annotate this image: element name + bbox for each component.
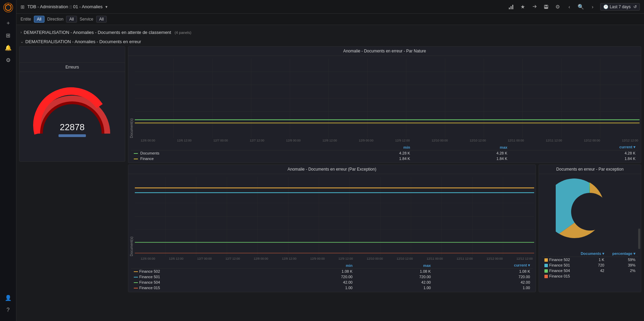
main-content: ⊞ TDB - Administration :: 01 - Anomalies… xyxy=(16,0,644,321)
sidebar-help-icon[interactable]: ? xyxy=(3,305,14,316)
chart1-title: Anomalie - Documents en erreur - Par Nat… xyxy=(128,47,641,56)
svg-point-63 xyxy=(571,193,609,231)
section1-badge: (4 panels) xyxy=(175,30,191,35)
share-icon[interactable] xyxy=(530,2,539,12)
donut-row-f501: Finance 501 72039% xyxy=(542,262,638,268)
donut-legend-table: Documents ▾ percentage ▾ Finance 502 1 K… xyxy=(542,251,638,279)
chart2-svg xyxy=(135,177,534,256)
legend-finance-label: Finance xyxy=(140,157,154,161)
zoom-icon[interactable]: 🔍 xyxy=(576,2,586,12)
grafana-logo[interactable] xyxy=(3,3,13,13)
section2-header[interactable]: ⌄ DEMATERIALISATION - Anomalies - Docume… xyxy=(19,37,641,46)
star-icon[interactable]: ★ xyxy=(518,2,528,12)
section1-header[interactable]: › DEMATERIALISATION - Anomalies - Docume… xyxy=(19,28,641,37)
sidebar-settings-icon[interactable]: ⚙ xyxy=(3,54,14,65)
refresh-icon: ↺ xyxy=(633,4,637,9)
big-number-label: Erreurs xyxy=(56,79,88,90)
time-range-picker[interactable]: 🕐 Last 7 days ↺ xyxy=(600,3,640,11)
svg-rect-9 xyxy=(545,5,547,7)
chart1-svg: 6.5K 6.0K 5.5K 5.0K 4.5K 4.0K xyxy=(135,59,640,138)
forward-icon[interactable]: › xyxy=(588,2,597,12)
section2-title: DEMATERIALISATION - Anomalies - Document… xyxy=(25,39,141,44)
sidebar-user-icon[interactable]: 👤 xyxy=(3,292,14,303)
chart1-legend-row-finance: Finance 1.84 K1.84 K1.84 K xyxy=(131,156,638,161)
panel-big-number: Erreurs xyxy=(19,46,125,125)
section2-chevron: ⌄ xyxy=(21,40,23,44)
back-icon[interactable]: ‹ xyxy=(565,2,574,12)
donut-row-f504: Finance 504 422% xyxy=(542,268,638,273)
entite-label: Entite xyxy=(21,17,31,22)
donut-row-f015: Finance 015 xyxy=(542,273,638,279)
topbar-title: TDB - Administration :: 01 - Anomalies xyxy=(27,4,103,9)
sidebar-add-icon[interactable]: ＋ xyxy=(3,17,14,28)
chart2-legend-row-f501: Finance 501 720.00720.00720.00 xyxy=(131,274,533,280)
direction-filter-btn[interactable]: All xyxy=(66,16,77,23)
time-range-label: Last 7 days xyxy=(610,4,631,9)
donut-row-f502: Finance 502 1 K59% xyxy=(542,257,638,263)
sidebar-dashboards-icon[interactable]: ⊞ xyxy=(3,30,14,41)
filterbar: Entite All Direction All Service All xyxy=(16,14,644,25)
settings-icon[interactable]: ⚙ xyxy=(553,2,563,12)
service-label: Service xyxy=(80,17,93,22)
svg-rect-6 xyxy=(511,6,512,9)
sidebar-alerts-icon[interactable]: 🔔 xyxy=(3,42,14,53)
donut-svg xyxy=(556,177,624,246)
direction-label: Direction xyxy=(47,17,63,22)
bar-chart-icon[interactable] xyxy=(506,2,516,12)
chart2-yaxis-label: Document(s) xyxy=(130,237,133,256)
chart2-legend-row-f015: Finance 015 1.001.001.00 xyxy=(131,285,533,291)
panel-chart1: Anomalie - Documents en erreur - Par Nat… xyxy=(128,46,641,163)
section1-title: DEMATERIALISATION - Anomalies - Document… xyxy=(24,30,171,35)
section1-chevron: › xyxy=(21,30,22,34)
svg-rect-7 xyxy=(512,5,513,9)
save-icon[interactable] xyxy=(541,2,551,12)
chart2-legend-table: min max current ▾ Finance 502 1.08 K1.08… xyxy=(131,262,533,291)
entite-filter-btn[interactable]: All xyxy=(34,16,44,23)
topbar-icons: ★ ⚙ ‹ 🔍 › xyxy=(506,2,597,12)
chart1-legend-row-documents: Documents 4.28 K4.28 K4.28 K xyxy=(131,150,638,156)
chart2-title: Anomalie - Documents en erreur (Par Exce… xyxy=(128,165,536,174)
chart1-yaxis-label: Document(s) xyxy=(130,119,133,138)
panels-row-2: Anomalie - Documents en erreur (Par Exce… xyxy=(19,164,641,292)
grid-icon: ⊞ xyxy=(21,4,25,10)
panels-row-1: Erreurs Anomalie - Documents en erreur -… xyxy=(19,46,641,163)
service-filter-btn[interactable]: All xyxy=(96,16,107,23)
donut-title: Documents en erreur - Par exception xyxy=(539,165,641,174)
chart2-legend-row-f502: Finance 502 1.08 K1.08 K1.08 K xyxy=(131,269,533,274)
panel-donut: Documents en erreur - Par exception xyxy=(539,164,641,292)
chart2-legend-row-f504: Finance 504 42.0042.0042.00 xyxy=(131,280,533,285)
chart1-legend-table: min max current ▾ Documents 4.28 K4.28 K… xyxy=(131,144,638,161)
svg-rect-10 xyxy=(545,7,548,9)
panel-chart2: Anomalie - Documents en erreur (Par Exce… xyxy=(128,164,536,292)
title-dropdown-icon[interactable]: ▾ xyxy=(105,4,107,9)
dashboard: › DEMATERIALISATION - Anomalies - Docume… xyxy=(16,25,644,321)
svg-rect-5 xyxy=(509,8,510,9)
sidebar: ＋ ⊞ 🔔 ⚙ 👤 ? xyxy=(0,0,16,321)
legend-documents-label: Documents xyxy=(140,151,159,155)
topbar: ⊞ TDB - Administration :: 01 - Anomalies… xyxy=(16,0,644,14)
